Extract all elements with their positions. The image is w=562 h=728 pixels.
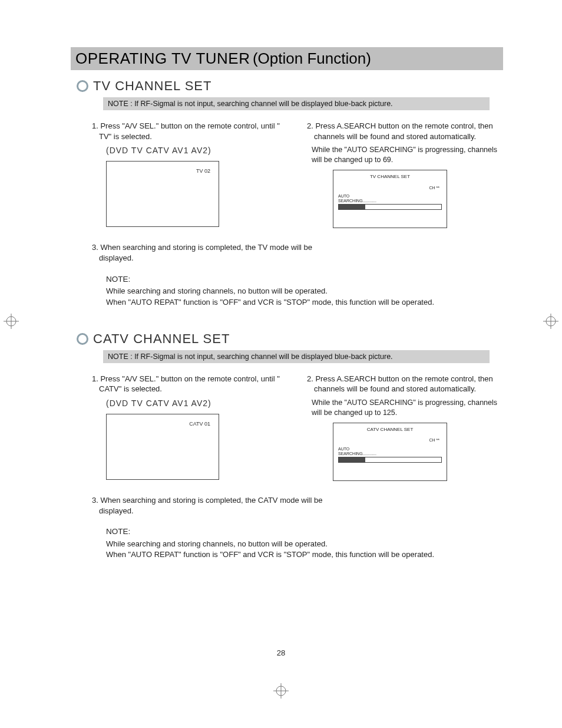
- step-2: 2. Press A.SEARCH button on the remote c…: [307, 121, 503, 141]
- input-source-list: (DVD TV CATV AV1 AV2): [106, 398, 288, 409]
- section-note-bar: NOTE : If RF-Sigmal is not input, search…: [103, 97, 490, 110]
- section-note-bar: NOTE : If RF-Sigmal is not input, search…: [103, 350, 490, 363]
- tv-screen-label: TV 02: [196, 167, 210, 174]
- page-title-part2: (Option Function): [253, 50, 371, 67]
- osd-auto-searching: AUTO SEARCHING............: [338, 447, 443, 456]
- page-title-part1: OPERATING TV TUNER: [75, 50, 250, 67]
- note-line: While searching and storing channels, no…: [106, 539, 503, 549]
- page-number: 28: [0, 648, 562, 657]
- right-column: 2. Press A.SEARCH button on the remote c…: [303, 374, 503, 481]
- osd-title: TV CHANNEL SET: [337, 174, 443, 180]
- tv-screen-label: CATV 01: [189, 420, 210, 427]
- tv-screen-illustration: TV 02: [106, 161, 219, 227]
- step-1: 1. Press "A/V SEL." button on the remote…: [92, 374, 288, 394]
- note-line: When "AUTO REPAT" function is "OFF" and …: [106, 549, 503, 560]
- step-2: 2. Press A.SEARCH button on the remote c…: [307, 374, 503, 394]
- osd-title: CATV CHANNEL SET: [337, 427, 443, 433]
- step-3: 3. When searching and storing is complet…: [92, 242, 323, 263]
- left-column: 1. Press "A/V SEL." button on the remote…: [88, 121, 288, 228]
- osd-auto-searching: AUTO SEARCHING............: [338, 194, 443, 203]
- section-heading: CATV CHANNEL SET: [93, 331, 230, 347]
- step-3: 3. When searching and storing is complet…: [92, 495, 323, 516]
- osd-channel: CH **: [337, 185, 443, 190]
- tv-screen-illustration: CATV 01: [106, 414, 219, 480]
- section-tv-channel-set: TV CHANNEL SET NOTE : If RF-Sigmal is no…: [71, 78, 503, 308]
- input-source-list: (DVD TV CATV AV1 AV2): [106, 145, 288, 156]
- note-line: When "AUTO REPAT" function is "OFF" and …: [106, 297, 503, 308]
- registration-mark-icon: [4, 314, 19, 329]
- note-heading: NOTE:: [106, 526, 503, 538]
- section-catv-channel-set: CATV CHANNEL SET NOTE : If RF-Sigmal is …: [71, 331, 503, 561]
- osd-progress-bar: [338, 204, 442, 210]
- left-column: 1. Press "A/V SEL." button on the remote…: [88, 374, 288, 481]
- osd-screen-illustration: TV CHANNEL SET CH ** AUTO SEARCHING.....…: [333, 170, 447, 229]
- osd-progress-bar: [338, 457, 442, 463]
- page-content: OPERATING TV TUNER (Option Function) TV …: [0, 0, 562, 608]
- section-bullet-icon: [77, 80, 88, 92]
- section-note-block: NOTE: While searching and storing channe…: [106, 274, 503, 308]
- section-heading: TV CHANNEL SET: [93, 78, 211, 94]
- osd-screen-illustration: CATV CHANNEL SET CH ** AUTO SEARCHING...…: [333, 423, 447, 482]
- step-1: 1. Press "A/V SEL." button on the remote…: [92, 121, 288, 141]
- osd-channel: CH **: [337, 437, 443, 443]
- right-column: 2. Press A.SEARCH button on the remote c…: [303, 121, 503, 228]
- note-line: While searching and storing channels, no…: [106, 286, 503, 297]
- note-heading: NOTE:: [106, 274, 503, 285]
- section-note-block: NOTE: While searching and storing channe…: [106, 526, 503, 560]
- registration-mark-icon: [543, 314, 558, 329]
- section-bullet-icon: [77, 333, 88, 345]
- step-2-subtext: While the "AUTO SEARCHING" is progressin…: [312, 398, 503, 418]
- page-title-bar: OPERATING TV TUNER (Option Function): [71, 47, 503, 70]
- registration-mark-icon: [273, 683, 289, 699]
- step-2-subtext: While the "AUTO SEARCHING" is progressin…: [312, 145, 503, 165]
